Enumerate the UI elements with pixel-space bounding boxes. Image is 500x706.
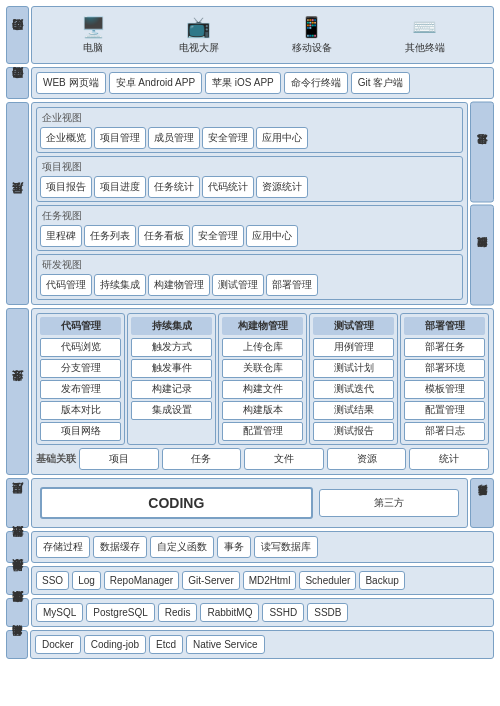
data-cache: 数据缓存 <box>93 536 147 558</box>
deploy-module: 部署管理 部署任务 部署环境 模板管理 配置管理 部署日志 <box>400 313 489 445</box>
db-items: MySQL PostgreSQL Redis RabbitMQ SSHD SSD… <box>36 603 489 622</box>
third-system-label: 第三方系统对接 <box>470 478 494 528</box>
ci-title: 持续集成 <box>131 317 212 335</box>
business-modules-container: 代码管理 代码浏览 分支管理 发布管理 版本对比 项目网络 持续集成 <box>36 313 489 470</box>
infra-items: Docker Coding-job Etcd Native Service <box>35 635 489 654</box>
code-mgmt-title: 代码管理 <box>40 317 121 335</box>
business-bottom: 基础关联 项目 任务 文件 资源 统计 <box>36 448 489 470</box>
mobile-icon: 📱 <box>299 15 324 39</box>
presentation-views: 企业视图 企业概览 项目管理 成员管理 安全管理 应用中心 项目视图 <box>36 107 463 300</box>
application-layer: 应用层 CODING 第三方 第三方系统对接 <box>6 478 494 528</box>
database-label: 数据库层 <box>6 598 29 627</box>
other-icon: ⌨️ <box>412 15 437 39</box>
db-sshd: SSHD <box>262 603 304 622</box>
presentation-layer: 展示层 企业视图 企业概览 项目管理 成员管理 安全管理 应用中心 <box>6 102 494 305</box>
build-version: 构建版本 <box>222 401 303 420</box>
item-test-mgmt: 测试管理 <box>212 274 264 296</box>
item-security-mgmt: 安全管理 <box>202 127 254 149</box>
code-browse: 代码浏览 <box>40 338 121 357</box>
main-container: 访问层① 🖥️ 电脑 📺 电视大屏 📱 移动设备 <box>0 0 500 665</box>
artifact-module: 构建物管理 上传仓库 关联仓库 构建文件 构建版本 配置管理 <box>218 313 307 445</box>
access2-android: 安卓 Android APP <box>109 72 202 94</box>
bottom-task: 任务 <box>162 448 242 470</box>
item-artifact-mgmt: 构建物管理 <box>148 274 210 296</box>
bottom-file: 文件 <box>244 448 324 470</box>
access2-items: WEB 网页端 安卓 Android APP 苹果 iOS APP 命令行终端 … <box>36 72 489 94</box>
application-right: 第三方系统对接 <box>470 478 494 528</box>
test-plan: 测试计划 <box>313 359 394 378</box>
version-diff: 版本对比 <box>40 401 121 420</box>
infrastructure-content: Docker Coding-job Etcd Native Service <box>30 630 494 659</box>
link-repo: 关联仓库 <box>222 359 303 378</box>
project-view-title: 项目视图 <box>40 160 459 174</box>
access1-label: 访问层① <box>6 6 29 64</box>
dev-view: 研发视图 代码管理 持续集成 构建物管理 测试管理 部署管理 <box>36 254 463 300</box>
micro-sso: SSO <box>36 571 69 590</box>
micro-backup: Backup <box>359 571 404 590</box>
item-enterprise-overview: 企业概览 <box>40 127 92 149</box>
item-member-mgmt: 成员管理 <box>148 127 200 149</box>
business-label: 业务层 <box>6 308 29 475</box>
project-network: 项目网络 <box>40 422 121 441</box>
item-app-center: 应用中心 <box>256 127 308 149</box>
artifact-title: 构建物管理 <box>222 317 303 335</box>
db-mysql: MySQL <box>36 603 83 622</box>
case-mgmt: 用例管理 <box>313 338 394 357</box>
micro-log: Log <box>72 571 101 590</box>
auth-label: 权限控制 <box>470 205 494 306</box>
test-report: 测试报告 <box>313 422 394 441</box>
transaction: 事务 <box>217 536 251 558</box>
artifact-items: 上传仓库 关联仓库 构建文件 构建版本 配置管理 <box>222 338 303 441</box>
task-view-title: 任务视图 <box>40 209 459 223</box>
tv-icon: 📺 <box>186 15 211 39</box>
database-content: MySQL PostgreSQL Redis RabbitMQ SSHD SSD… <box>31 598 494 627</box>
device-computer: 🖥️ 电脑 <box>81 15 106 55</box>
computer-icon: 🖥️ <box>81 15 106 39</box>
test-title: 测试管理 <box>313 317 394 335</box>
deploy-env: 部署环境 <box>404 359 485 378</box>
test-iteration: 测试迭代 <box>313 380 394 399</box>
third-party-box: 第三方 <box>319 489 459 517</box>
access1-layer: 访问层① 🖥️ 电脑 📺 电视大屏 📱 移动设备 <box>6 6 494 64</box>
item-code-stats: 代码统计 <box>202 176 254 198</box>
dev-view-items: 代码管理 持续集成 构建物管理 测试管理 部署管理 <box>40 274 459 296</box>
data-content: 存储过程 数据缓存 自定义函数 事务 读写数据库 <box>31 531 494 563</box>
business-content: 代码管理 代码浏览 分支管理 发布管理 版本对比 项目网络 持续集成 <box>31 308 494 475</box>
custom-func: 自定义函数 <box>150 536 214 558</box>
item-app-center2: 应用中心 <box>246 225 298 247</box>
access1-devices: 🖥️ 电脑 📺 电视大屏 📱 移动设备 ⌨️ 其他终端 <box>36 11 489 59</box>
ci-items: 触发方式 触发事件 构建记录 集成设置 <box>131 338 212 420</box>
trigger-event: 触发事件 <box>131 359 212 378</box>
microservice-content: SSO Log RepoManager Git-Server MD2Html S… <box>31 566 494 595</box>
bottom-label: 基础关联 <box>36 452 76 466</box>
access2-layer: 访问层② WEB 网页端 安卓 Android APP 苹果 iOS APP 命… <box>6 67 494 99</box>
device-other: ⌨️ 其他终端 <box>405 15 445 55</box>
presentation-content: 企业视图 企业概览 项目管理 成员管理 安全管理 应用中心 项目视图 <box>31 102 468 305</box>
application-label: 应用层 <box>6 478 29 528</box>
item-resource-stats: 资源统计 <box>256 176 308 198</box>
microservice-label: 微服务层 <box>6 566 29 595</box>
bottom-resource: 资源 <box>327 448 407 470</box>
code-mgmt-module: 代码管理 代码浏览 分支管理 发布管理 版本对比 项目网络 <box>36 313 125 445</box>
infra-native: Native Service <box>186 635 264 654</box>
project-view: 项目视图 项目报告 项目进度 任务统计 代码统计 资源统计 <box>36 156 463 202</box>
application-items: CODING 第三方 <box>36 483 463 523</box>
coding-box: CODING <box>40 487 313 519</box>
micro-md2html: MD2Html <box>243 571 297 590</box>
db-redis: Redis <box>158 603 198 622</box>
bottom-stats: 统计 <box>409 448 489 470</box>
item-code-mgmt: 代码管理 <box>40 274 92 296</box>
access2-cmd: 命令行终端 <box>284 72 348 94</box>
integration-settings: 集成设置 <box>131 401 212 420</box>
presentation-label: 展示层 <box>6 102 29 305</box>
task-view-items: 里程碑 任务列表 任务看板 安全管理 应用中心 <box>40 225 459 247</box>
bottom-items: 项目 任务 文件 资源 统计 <box>79 448 489 470</box>
data-label: 数据层 <box>6 531 29 563</box>
rw-db: 读写数据库 <box>254 536 318 558</box>
data-layer: 数据层 存储过程 数据缓存 自定义函数 事务 读写数据库 <box>6 531 494 563</box>
item-task-stats: 任务统计 <box>148 176 200 198</box>
ci-module: 持续集成 触发方式 触发事件 构建记录 集成设置 <box>127 313 216 445</box>
item-security-mgmt2: 安全管理 <box>192 225 244 247</box>
trigger-method: 触发方式 <box>131 338 212 357</box>
infra-etcd: Etcd <box>149 635 183 654</box>
